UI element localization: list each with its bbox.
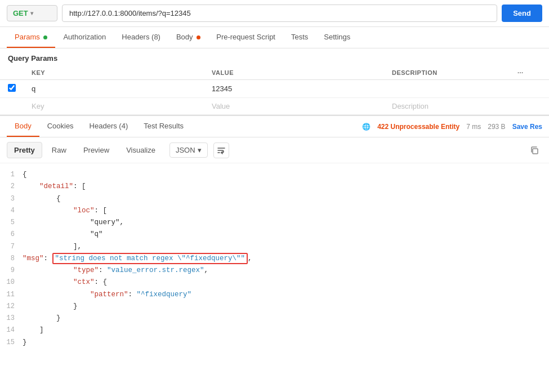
format-chevron: ▾ xyxy=(198,146,202,154)
code-line: 8"msg": "string does not match regex \"^… xyxy=(0,253,549,265)
line-content: { xyxy=(23,169,549,181)
line-number: 2 xyxy=(0,181,23,192)
tab-settings[interactable]: Settings xyxy=(316,27,358,48)
code-line: 5 "query", xyxy=(0,217,549,229)
view-visualize[interactable]: Visualize xyxy=(119,142,163,158)
send-button[interactable]: Send xyxy=(502,5,542,22)
line-content: "type": "value_error.str.regex", xyxy=(23,265,549,277)
line-content: "pattern": "^fixedquery" xyxy=(23,289,549,301)
wrap-icon xyxy=(217,146,226,155)
table-row: q 12345 xyxy=(0,80,549,98)
line-content: "q" xyxy=(23,229,549,240)
line-content: ] xyxy=(23,324,549,336)
col-more: ··· xyxy=(510,66,532,80)
code-line: 13 } xyxy=(0,313,549,324)
col-checkbox xyxy=(0,66,24,80)
line-number: 5 xyxy=(0,217,23,228)
save-response-button[interactable]: Save Res xyxy=(512,123,542,131)
line-number: 13 xyxy=(0,313,23,324)
status-code: 422 Unprocessable Entity xyxy=(377,123,459,131)
col-value: VALUE xyxy=(204,66,384,80)
line-number: 14 xyxy=(0,324,23,336)
line-number: 4 xyxy=(0,205,23,216)
line-number: 8 xyxy=(0,253,23,264)
response-tabs-bar: Body Cookies Headers (4) Test Results 🌐 … xyxy=(0,115,549,137)
code-line: 3 { xyxy=(0,193,549,205)
row-checkbox[interactable] xyxy=(8,84,16,92)
code-line: 4 "loc": [ xyxy=(0,205,549,217)
tab-tests[interactable]: Tests xyxy=(283,27,316,48)
tab-headers[interactable]: Headers (8) xyxy=(114,27,168,48)
code-line: 10 "ctx": { xyxy=(0,277,549,288)
line-content: } xyxy=(23,313,549,324)
line-content: } xyxy=(23,337,549,349)
tab-authorization[interactable]: Authorization xyxy=(55,27,114,48)
url-input[interactable] xyxy=(62,5,497,22)
col-bulk xyxy=(532,66,549,80)
res-tab-test-results[interactable]: Test Results xyxy=(136,116,191,137)
response-size: 293 B xyxy=(488,123,505,131)
view-preview[interactable]: Preview xyxy=(76,142,117,158)
copy-button[interactable] xyxy=(526,142,542,158)
globe-icon: 🌐 xyxy=(362,123,371,131)
code-line: 7 ], xyxy=(0,241,549,253)
request-tabs: Params Authorization Headers (8) Body Pr… xyxy=(0,27,549,48)
response-time: 7 ms xyxy=(466,123,481,131)
tab-pre-request[interactable]: Pre-request Script xyxy=(208,27,283,48)
highlighted-value: "string does not match regex \"^fixedque… xyxy=(52,253,248,264)
line-number: 15 xyxy=(0,337,23,348)
view-raw[interactable]: Raw xyxy=(44,142,74,158)
line-number: 11 xyxy=(0,289,23,300)
col-description: DESCRIPTION xyxy=(384,66,510,80)
query-params-header: Query Params xyxy=(0,48,549,66)
method-select[interactable]: GET ▾ xyxy=(7,5,57,21)
code-line: 14 ] xyxy=(0,324,549,336)
code-line: 15} xyxy=(0,337,549,349)
body-dot xyxy=(197,35,200,39)
res-tab-body[interactable]: Body xyxy=(7,116,39,137)
response-status: 🌐 422 Unprocessable Entity 7 ms 293 B Sa… xyxy=(362,123,542,131)
wrap-button[interactable] xyxy=(213,142,229,158)
line-content: { xyxy=(23,193,549,205)
params-dot xyxy=(43,35,47,39)
format-select[interactable]: JSON ▾ xyxy=(169,142,208,158)
line-number: 10 xyxy=(0,277,23,288)
param-key[interactable]: q xyxy=(24,80,204,98)
code-viewer: 1{2 "detail": [3 {4 "loc": [5 "query",6 … xyxy=(0,163,549,354)
method-chevron: ▾ xyxy=(30,10,33,16)
copy-icon xyxy=(530,146,539,155)
line-number: 9 xyxy=(0,265,23,276)
line-number: 12 xyxy=(0,301,23,312)
code-line: 6 "q" xyxy=(0,229,549,240)
param-value-placeholder[interactable]: Value xyxy=(204,98,384,115)
line-content: "loc": [ xyxy=(23,205,549,217)
line-content: } xyxy=(23,301,549,313)
line-content: "msg": "string does not match regex \"^f… xyxy=(23,253,549,265)
line-number: 1 xyxy=(0,169,23,180)
svg-rect-0 xyxy=(533,149,538,154)
line-content: "detail": [ xyxy=(23,181,549,193)
format-label: JSON xyxy=(176,146,195,154)
tab-params[interactable]: Params xyxy=(7,27,55,48)
param-desc-placeholder[interactable]: Description xyxy=(384,98,510,115)
param-desc[interactable] xyxy=(384,80,510,98)
res-tab-cookies[interactable]: Cookies xyxy=(39,116,82,137)
body-toolbar: Pretty Raw Preview Visualize JSON ▾ xyxy=(0,137,549,163)
code-line: 2 "detail": [ xyxy=(0,181,549,193)
view-pretty[interactable]: Pretty xyxy=(7,142,42,158)
code-line: 12 } xyxy=(0,301,549,313)
res-tab-headers[interactable]: Headers (4) xyxy=(82,116,136,137)
params-table: KEY VALUE DESCRIPTION ··· q 12345 Key Va… xyxy=(0,66,549,115)
line-content: ], xyxy=(23,241,549,253)
tab-body[interactable]: Body xyxy=(168,27,208,48)
param-key-placeholder[interactable]: Key xyxy=(24,98,204,115)
line-content: "query", xyxy=(23,217,549,229)
line-number: 6 xyxy=(0,229,23,240)
code-line: 9 "type": "value_error.str.regex", xyxy=(0,265,549,277)
top-bar: GET ▾ Send xyxy=(0,0,549,27)
code-line: 1{ xyxy=(0,169,549,181)
line-number: 3 xyxy=(0,193,23,204)
param-value[interactable]: 12345 xyxy=(204,80,384,98)
code-line: 11 "pattern": "^fixedquery" xyxy=(0,289,549,301)
col-key: KEY xyxy=(24,66,204,80)
